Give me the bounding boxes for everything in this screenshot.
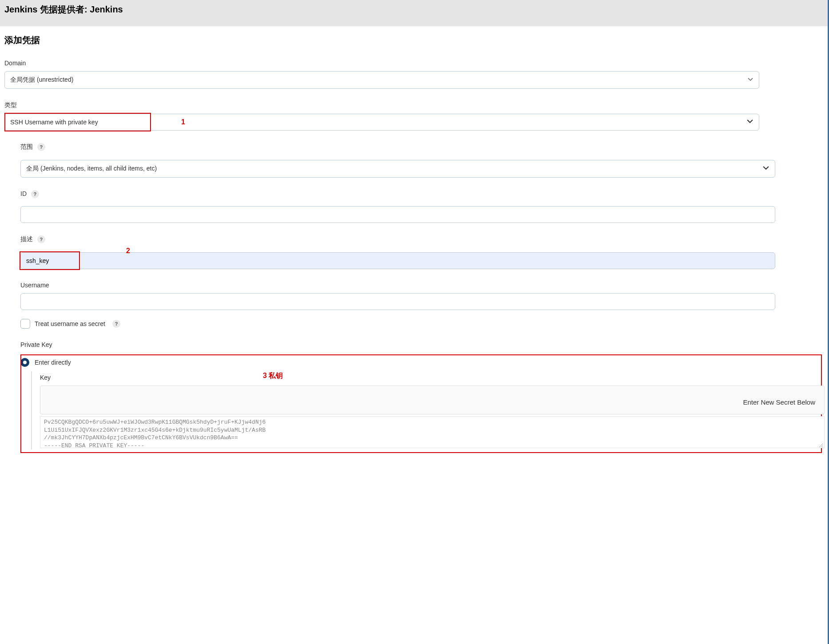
treat-secret-checkbox[interactable] bbox=[20, 319, 30, 329]
section-title: 添加凭据 bbox=[4, 34, 825, 46]
domain-select[interactable]: 全局凭据 (unrestricted) bbox=[4, 71, 759, 89]
help-icon[interactable]: ? bbox=[37, 143, 45, 151]
username-group: Username bbox=[20, 282, 775, 310]
domain-label: Domain bbox=[4, 60, 26, 67]
type-label: 类型 bbox=[4, 101, 17, 109]
enter-directly-row: Enter directly bbox=[20, 356, 825, 367]
username-label: Username bbox=[20, 282, 49, 289]
secret-prompt-box: Enter New Secret Below bbox=[40, 386, 825, 414]
private-key-header: Private Key bbox=[20, 341, 825, 353]
username-input[interactable] bbox=[20, 293, 775, 310]
help-icon[interactable]: ? bbox=[37, 235, 45, 243]
help-icon[interactable]: ? bbox=[112, 320, 120, 328]
enter-directly-label: Enter directly bbox=[35, 359, 71, 366]
id-group: ID ? bbox=[20, 190, 775, 223]
private-key-label: Private Key bbox=[20, 341, 52, 348]
private-key-section: Enter directly Key 3 私钥 Enter New Secret… bbox=[20, 356, 825, 453]
key-textarea[interactable] bbox=[40, 416, 825, 448]
domain-group: Domain 全局凭据 (unrestricted) bbox=[4, 60, 759, 89]
page-title: Jenkins 凭据提供者: Jenkins bbox=[4, 4, 825, 16]
treat-secret-row: Treat username as secret ? bbox=[20, 319, 825, 329]
enter-directly-radio[interactable] bbox=[20, 358, 29, 367]
scope-group: 范围 ? 全局 (Jenkins, nodes, items, all chil… bbox=[20, 143, 775, 178]
description-label: 描述 bbox=[20, 235, 33, 243]
type-select[interactable]: SSH Username with private key bbox=[4, 114, 759, 131]
type-group: 类型 SSH Username with private key 1 bbox=[4, 101, 759, 131]
secret-prompt-text: Enter New Secret Below bbox=[743, 398, 815, 406]
help-icon[interactable]: ? bbox=[31, 190, 39, 198]
id-input[interactable] bbox=[20, 206, 775, 223]
scope-label: 范围 bbox=[20, 143, 33, 151]
description-group: 描述 ? 2 bbox=[20, 235, 775, 269]
description-input[interactable] bbox=[20, 252, 775, 269]
treat-secret-label: Treat username as secret bbox=[35, 320, 105, 327]
id-label: ID bbox=[20, 190, 27, 197]
key-label: Key bbox=[40, 374, 825, 381]
key-subsection: Key 3 私钥 Enter New Secret Below bbox=[31, 371, 825, 449]
scope-select[interactable]: 全局 (Jenkins, nodes, items, all child ite… bbox=[20, 160, 775, 178]
header-bar: Jenkins 凭据提供者: Jenkins bbox=[0, 0, 829, 26]
